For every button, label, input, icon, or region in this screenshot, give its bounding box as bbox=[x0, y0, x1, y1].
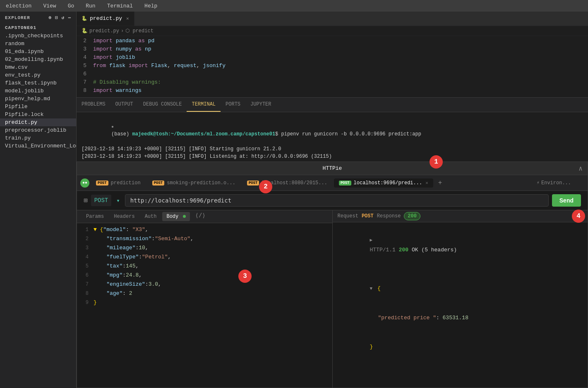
json-body[interactable]: 1 ▼ {"model": "X3", 2 "transmission":"Se… bbox=[77, 223, 332, 388]
sidebar-item-02modelling[interactable]: 02_modelling.ipynb bbox=[0, 55, 76, 63]
sidebar-item-bmwcsv[interactable]: bmw.csv bbox=[0, 63, 76, 71]
python-file-icon: 🐍 bbox=[82, 16, 87, 21]
httppie-tab-smoking[interactable]: POST smoking-prediction.o... bbox=[147, 178, 240, 188]
json-line-8: 8 "age": 2 bbox=[77, 290, 332, 299]
sidebar-icon-collapse[interactable]: ⊟ bbox=[55, 15, 58, 20]
sidebar-header: EXPLORER ⊕ ⊟ ↺ ⋯ bbox=[0, 12, 76, 24]
tab-close-icon[interactable]: ✕ bbox=[126, 16, 129, 21]
sidebar-item-train-py[interactable]: train.py bbox=[0, 134, 76, 142]
json-line-7: 7 "engineSize":3.0, bbox=[77, 281, 332, 290]
tab-jupyter[interactable]: JUPYTER bbox=[245, 97, 276, 112]
badge-1: 1 bbox=[430, 155, 443, 169]
resp-line-2: ▼ { bbox=[338, 274, 583, 303]
httppie-titlebar: HTTPie ∧ bbox=[77, 162, 588, 175]
sidebar-header-icons: ⊕ ⊟ ↺ ⋯ bbox=[49, 15, 72, 20]
menu-run[interactable]: Run bbox=[83, 2, 98, 10]
httppie-response-panel: Request POST Response 200 ▶ HTTP/1.1 200… bbox=[333, 210, 588, 388]
sidebar-header-label: EXPLORER bbox=[5, 15, 30, 20]
sidebar-project-title: CAPSTONE01 bbox=[0, 24, 76, 32]
httppie-tabs: ●● POST prediction POST smoking-predicti… bbox=[77, 175, 588, 191]
send-button[interactable]: Send bbox=[552, 194, 581, 207]
httppie-window: 1 2 3 4 HTTPie ∧ ●● POST prediction POST… bbox=[77, 161, 588, 388]
sidebar-icon-more[interactable]: ⋯ bbox=[68, 15, 71, 20]
code-line-5: 5 from flask import Flask, request, json… bbox=[77, 63, 588, 71]
terminal-tabs: PROBLEMS OUTPUT DEBUG CONSOLE TERMINAL P… bbox=[77, 98, 588, 112]
breadcrumb-function: ⬡ predict bbox=[125, 28, 154, 34]
json-line-1: 1 ▼ {"model": "X3", bbox=[77, 227, 332, 236]
sidebar-icon-new-file[interactable]: ⊕ bbox=[49, 15, 52, 20]
json-line-9: 9 } bbox=[77, 299, 332, 308]
breadcrumb-file-icon: 🐍 bbox=[82, 28, 88, 34]
sidebar-item-ipynb-checkpoints[interactable]: .ipynb_checkpoints bbox=[0, 32, 76, 40]
code-line-6: 6 bbox=[77, 71, 588, 79]
terminal-log-2: [2023-12-18 14:19:23 +0000] [32115] [INF… bbox=[82, 153, 583, 160]
sidebar-item-flask-test[interactable]: flask_test.ipynb bbox=[0, 79, 76, 87]
response-code-badge: 200 bbox=[404, 212, 420, 220]
tab-add-button[interactable]: + bbox=[435, 178, 446, 188]
json-line-4: 4 "fuelType":"Petrol", bbox=[77, 254, 332, 263]
menu-help[interactable]: Help bbox=[142, 2, 160, 10]
environment-label[interactable]: ⚡ Environ... bbox=[537, 180, 571, 186]
httppie-logo: ●● bbox=[80, 178, 89, 188]
httppie-tab-localhost-9696[interactable]: POST localhost:9696/predi... ✕ bbox=[334, 178, 433, 188]
tab-label-localhost-9696: localhost:9696/predi... bbox=[354, 180, 422, 186]
code-line-2: 2 import pandas as pd bbox=[77, 38, 588, 46]
httppie-tab-prediction[interactable]: POST prediction bbox=[91, 178, 146, 188]
menu-go[interactable]: Go bbox=[65, 2, 77, 10]
sidebar-item-predict-py[interactable]: predict.py bbox=[0, 118, 76, 126]
sidebar-item-preprocessor-joblib[interactable]: preprocessor.joblib bbox=[0, 126, 76, 134]
sidebar-item-pipfile[interactable]: Pipfile bbox=[0, 103, 76, 111]
menu-election[interactable]: election bbox=[3, 2, 34, 10]
menu-terminal[interactable]: Terminal bbox=[105, 2, 135, 10]
badge-4: 4 bbox=[572, 210, 585, 223]
sidebar-icon-refresh[interactable]: ↺ bbox=[62, 15, 65, 20]
httppie-tab-localhost-8080[interactable]: POST localhost:8080/2015... bbox=[242, 178, 332, 188]
httppie-urlbar: ⊞ POST ▾ Send bbox=[77, 191, 588, 210]
code-line-7: 7 # Disabling warnings: bbox=[77, 79, 588, 87]
badge-3: 3 bbox=[238, 270, 252, 283]
breadcrumb: 🐍 predict.py › ⬡ predict bbox=[77, 26, 588, 36]
tab-bar: 🐍 predict.py ✕ bbox=[77, 12, 588, 26]
method-badge-post: POST bbox=[96, 181, 108, 186]
tab-debug-console[interactable]: DEBUG CONSOLE bbox=[138, 97, 187, 112]
resp-line-4: } bbox=[338, 332, 583, 361]
httppie-collapse-icon[interactable]: ∧ bbox=[578, 164, 583, 173]
sidebar-item-virtual-env-log[interactable]: Virtual_Environment_Log.md bbox=[0, 142, 76, 150]
grid-icon[interactable]: ⊞ bbox=[84, 196, 88, 205]
headers-tab[interactable]: Headers bbox=[110, 212, 139, 221]
tab-problems[interactable]: PROBLEMS bbox=[77, 97, 110, 112]
menu-view[interactable]: View bbox=[41, 2, 58, 10]
response-body: ▶ HTTP/1.1 200 OK (5 headers) ▼ { "predi… bbox=[333, 222, 588, 388]
code-line-3: 3 import numpy as np bbox=[77, 46, 588, 54]
tab-output[interactable]: OUTPUT bbox=[110, 97, 138, 112]
method-badge-post-4: POST bbox=[339, 181, 351, 186]
code-line-4: 4 import joblib bbox=[77, 54, 588, 63]
sidebar-item-random[interactable]: random bbox=[0, 40, 76, 48]
sidebar-item-pipenv-help[interactable]: pipenv_help.md bbox=[0, 95, 76, 103]
json-line-6: 6 "mpg":24.8, bbox=[77, 272, 332, 281]
resp-line-blank bbox=[338, 265, 583, 274]
params-tab[interactable]: Params bbox=[82, 212, 108, 221]
sidebar-item-01eda[interactable]: 01_eda.ipynb bbox=[0, 48, 76, 55]
method-select[interactable]: POST bbox=[91, 195, 112, 206]
auth-tab[interactable]: Auth bbox=[141, 212, 161, 221]
sidebar-item-model-joblib[interactable]: model.joblib bbox=[0, 87, 76, 95]
badge-2: 2 bbox=[259, 180, 272, 193]
resp-line-3: "predicted price ": 63531.18 bbox=[338, 303, 583, 332]
resp-line-1: ▶ HTTP/1.1 200 OK (5 headers) bbox=[338, 226, 583, 265]
code-icon[interactable]: ⟨/⟩ bbox=[195, 212, 205, 221]
sidebar-item-env-test[interactable]: env_test.py bbox=[0, 71, 76, 79]
tab-terminal[interactable]: TERMINAL bbox=[187, 97, 221, 112]
request-method-value: POST bbox=[362, 213, 374, 219]
menu-bar: election View Go Run Terminal Help bbox=[0, 0, 588, 12]
json-line-3: 3 "mileage":10, bbox=[77, 245, 332, 254]
url-input[interactable] bbox=[125, 194, 549, 207]
tab-ports[interactable]: PORTS bbox=[221, 97, 245, 112]
sidebar-item-pipfile-lock[interactable]: Pipfile.lock bbox=[0, 111, 76, 118]
env-icon: ⚡ bbox=[537, 180, 540, 186]
response-label: Response bbox=[377, 213, 401, 219]
json-line-2: 2 "transmission":"Semi-Auto", bbox=[77, 236, 332, 245]
tab-close-9696[interactable]: ✕ bbox=[425, 180, 428, 186]
tab-predict-py[interactable]: 🐍 predict.py ✕ bbox=[77, 12, 134, 26]
body-tab[interactable]: Body bbox=[162, 212, 190, 221]
